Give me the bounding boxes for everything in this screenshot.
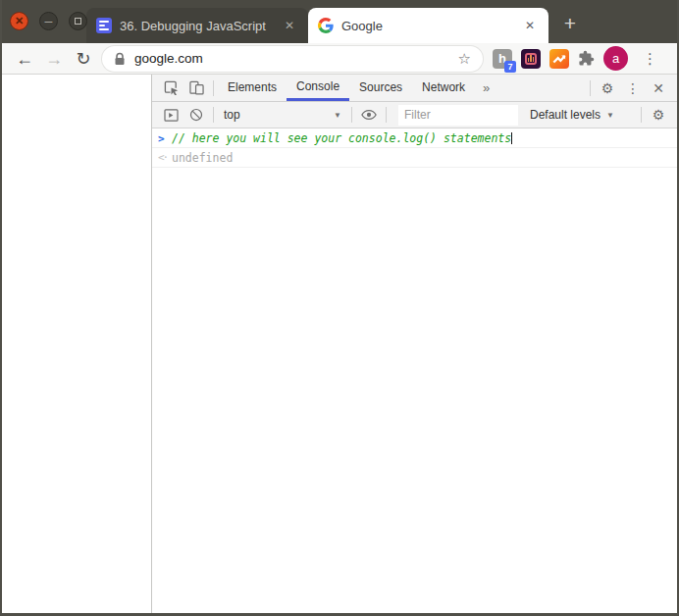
divider — [641, 107, 642, 123]
tab-close-icon[interactable]: ✕ — [521, 19, 539, 32]
devtools-tabbar-right: ⚙ ⋮ ✕ — [586, 80, 671, 96]
close-window-button[interactable]: ✕ — [10, 12, 28, 30]
browser-window: ✕ ─ 36. Debugging JavaScript ✕ Google ✕ — [0, 0, 679, 616]
device-toolbar-icon[interactable] — [183, 77, 209, 100]
console-input-row[interactable]: > // here you will see your console.log(… — [152, 128, 677, 148]
context-label: top — [224, 108, 240, 122]
new-tab-button[interactable]: + — [556, 10, 584, 37]
devtools-panel: Elements Console Sources Network » ⚙ ⋮ ✕ — [151, 75, 677, 613]
h-extension-badge: 7 — [504, 61, 516, 73]
profile-avatar[interactable]: a — [603, 46, 628, 71]
tab-close-icon[interactable]: ✕ — [281, 19, 298, 32]
console-messages-area[interactable]: > // here you will see your console.log(… — [152, 128, 677, 613]
devtools-menu-icon[interactable]: ⋮ — [620, 80, 646, 96]
divider — [590, 80, 591, 96]
log-levels-dropdown[interactable]: Default levels ▼ — [526, 108, 618, 122]
console-settings-icon[interactable]: ⚙ — [646, 107, 671, 123]
forward-button[interactable]: → — [39, 50, 69, 68]
devtools-tab-sources[interactable]: Sources — [349, 75, 412, 101]
console-toolbar: top ▼ Default levels ▼ — [152, 102, 677, 128]
tab-title: Google — [341, 19, 513, 33]
bookmark-star-icon[interactable]: ☆ — [458, 50, 471, 68]
console-result-row: <· undefined — [152, 148, 677, 168]
browser-menu-button[interactable]: ⋮ — [637, 50, 663, 68]
text-cursor — [511, 132, 512, 144]
divider — [386, 107, 387, 123]
devtools-settings-icon[interactable]: ⚙ — [595, 80, 620, 96]
clear-console-icon[interactable] — [183, 103, 209, 127]
url-text[interactable]: google.com — [134, 51, 458, 66]
devtools-tabbar: Elements Console Sources Network » ⚙ ⋮ ✕ — [152, 75, 677, 102]
devtools-tab-console[interactable]: Console — [287, 75, 349, 101]
window-controls: ✕ ─ — [10, 12, 87, 30]
result-arrow-icon: <· — [158, 151, 172, 164]
document-favicon-icon — [96, 18, 112, 33]
console-input-text[interactable]: // here you will see your console.log() … — [172, 131, 511, 145]
levels-label: Default levels — [530, 108, 601, 122]
live-expression-eye-icon[interactable] — [356, 103, 382, 127]
divider — [351, 107, 352, 123]
lock-icon — [114, 52, 126, 66]
devtools-tab-elements[interactable]: Elements — [218, 75, 287, 101]
back-button[interactable]: ← — [10, 50, 39, 68]
content-area: Elements Console Sources Network » ⚙ ⋮ ✕ — [2, 75, 677, 613]
navigation-toolbar: ← → ↻ google.com ☆ h 7 — [2, 43, 677, 75]
chevron-down-icon: ▼ — [334, 111, 341, 120]
result-value: undefined — [172, 151, 233, 165]
tab-debugging-javascript[interactable]: 36. Debugging JavaScript ✕ — [86, 8, 308, 43]
inspect-element-icon[interactable] — [158, 77, 183, 100]
h-extension-icon[interactable]: h 7 — [493, 49, 512, 69]
minimize-window-button[interactable]: ─ — [39, 12, 58, 30]
tab-strip: 36. Debugging JavaScript ✕ Google ✕ + — [86, 0, 677, 43]
tab-google[interactable]: Google ✕ — [308, 8, 548, 43]
extensions-puzzle-icon[interactable] — [578, 50, 595, 67]
reload-button[interactable]: ↻ — [69, 50, 98, 68]
trend-arrow-glyph — [552, 52, 566, 66]
devtools-tab-network[interactable]: Network — [412, 75, 475, 101]
javascript-context-dropdown[interactable]: top ▼ — [218, 108, 347, 122]
address-bar[interactable]: google.com ☆ — [102, 46, 483, 72]
console-filter-input[interactable] — [398, 105, 518, 126]
devtools-close-icon[interactable]: ✕ — [646, 80, 671, 96]
divider — [213, 107, 214, 123]
maximize-icon — [75, 18, 81, 25]
titlebar: ✕ ─ 36. Debugging JavaScript ✕ Google ✕ — [2, 0, 677, 43]
console-prompt-icon: > — [158, 131, 172, 145]
console-sidebar-toggle-icon[interactable] — [158, 103, 183, 127]
console-toolbar-right: ⚙ — [637, 107, 671, 123]
more-tabs-chevron[interactable]: » — [475, 80, 497, 95]
chevron-down-icon: ▼ — [606, 111, 614, 120]
extensions-area: h 7 a ⋮ — [493, 46, 663, 71]
tab-title: 36. Debugging JavaScript — [120, 19, 273, 33]
purple-bars-glyph — [525, 53, 537, 65]
maximize-window-button[interactable] — [69, 12, 87, 30]
orange-trend-extension-icon[interactable] — [549, 49, 569, 69]
google-favicon-icon — [318, 18, 334, 33]
purple-bars-extension-icon[interactable] — [521, 49, 541, 69]
page-viewport[interactable] — [2, 75, 151, 613]
divider — [213, 80, 214, 96]
